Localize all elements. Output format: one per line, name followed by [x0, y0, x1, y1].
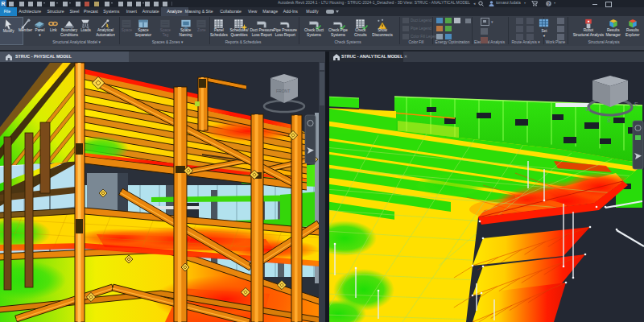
- svg-text:FRONT: FRONT: [276, 89, 290, 93]
- svg-text:E: E: [634, 101, 638, 107]
- svg-text:S: S: [607, 118, 611, 123]
- svg-text:R: R: [1, 1, 5, 6]
- svg-text:W: W: [585, 106, 591, 112]
